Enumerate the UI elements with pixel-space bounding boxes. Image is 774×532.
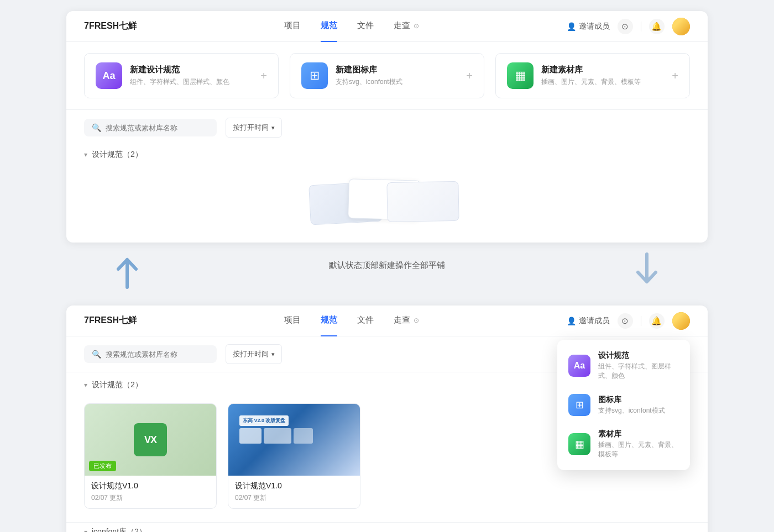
spec-thumb-image: 东高 V2.0 改版复盘 xyxy=(228,404,360,476)
chevron-down-icon-bottom: ▾ xyxy=(271,351,275,358)
nav-links-top: 项目 规范 文件 走查 ⊙ xyxy=(284,20,419,32)
spec-card-info-2: 设计规范V1.0 02/07 更新 xyxy=(228,476,360,508)
spec-card-thumb-2: 东高 V2.0 改版复盘 xyxy=(228,404,360,476)
assets-card-icon-top: ▦ xyxy=(507,62,534,89)
brand-logo-top: 7FRESH七鲜 xyxy=(84,20,137,32)
spec-card-1[interactable]: VX 已发布 设计规范V1.0 02/07 更新 xyxy=(84,403,217,509)
spec-card-thumb-1: VX 已发布 xyxy=(85,404,216,476)
nav-link-audit-bottom[interactable]: 走查 ⊙ xyxy=(394,315,419,326)
nav-divider-bottom xyxy=(641,316,641,326)
dropdown-spec-icon: Aa xyxy=(568,355,590,377)
brand-logo-bottom: 7FRESH七鲜 xyxy=(84,315,137,326)
spec-card-text-top: 新建设计规范 组件、字符样式、图层样式、颜色 xyxy=(130,65,253,87)
bottom-demo: 7FRESH七鲜 项目 规范 文件 走查 ⊙ 👤 邀请成员 ⊙ 🔔 🔍 xyxy=(66,305,708,532)
avatar-top[interactable] xyxy=(672,18,690,35)
avatar-img-bottom xyxy=(672,312,690,330)
dropdown-icons-text: 图标库 支持svg、iconfont模式 xyxy=(598,395,665,415)
nav-bar-top: 7FRESH七鲜 项目 规范 文件 走查 ⊙ 👤 邀请成员 ⊙ 🔔 xyxy=(66,11,708,42)
section-chevron-iconfont[interactable]: ▾ xyxy=(84,528,87,532)
search-icon-top: 🔍 xyxy=(92,123,101,132)
toolbar-top: 🔍 按打开时间 ▾ xyxy=(66,110,708,145)
published-badge-1: 已发布 xyxy=(89,461,116,471)
spec-card-info-1: 设计规范V1.0 02/07 更新 xyxy=(85,476,216,508)
search-icon-bottom: 🔍 xyxy=(92,350,101,359)
notification-icon-btn-top[interactable]: 🔔 xyxy=(649,19,665,34)
nav-link-project-bottom[interactable]: 项目 xyxy=(284,315,301,326)
arrow-down-svg xyxy=(630,251,663,290)
nav-links-bottom: 项目 规范 文件 走查 ⊙ xyxy=(284,315,419,326)
nav-link-audit-top[interactable]: 走查 ⊙ xyxy=(394,20,419,32)
arrow-down-container xyxy=(630,251,663,292)
preview-card-3 xyxy=(386,181,459,222)
chevron-down-icon-top: ▾ xyxy=(271,124,275,131)
nav-link-project-top[interactable]: 项目 xyxy=(284,20,301,32)
invite-btn-bottom[interactable]: 👤 邀请成员 xyxy=(567,316,610,326)
nav-bar-bottom: 7FRESH七鲜 项目 规范 文件 走查 ⊙ 👤 邀请成员 ⊙ 🔔 xyxy=(66,305,708,336)
dropdown-assets-icon: ▦ xyxy=(568,433,590,455)
dropdown-item-icons[interactable]: ⊞ 图标库 支持svg、iconfont模式 xyxy=(557,387,690,423)
dropdown-menu: Aa 设计规范 组件、字符样式、图层样式、颜色 ⊞ 图标库 支持svg、icon… xyxy=(557,340,690,470)
spec-plus-icon-top[interactable]: + xyxy=(260,70,267,82)
nav-divider-top xyxy=(641,22,641,31)
dropdown-icons-icon: ⊞ xyxy=(568,394,590,416)
spec-card-2[interactable]: 东高 V2.0 改版复盘 设计规范V1.0 02/07 更新 xyxy=(228,403,360,509)
section-header-top: ▾ 设计规范（2） xyxy=(66,145,708,162)
create-card-icons-top[interactable]: ⊞ 新建图标库 支持svg、iconfont模式 + xyxy=(290,53,484,98)
top-demo: 7FRESH七鲜 项目 规范 文件 走查 ⊙ 👤 邀请成员 ⊙ 🔔 xyxy=(66,11,708,243)
nav-link-file-top[interactable]: 文件 xyxy=(357,20,374,32)
audit-question-icon-top: ⊙ xyxy=(414,22,419,30)
spec-card-icon-top: Aa xyxy=(96,62,122,89)
create-card-assets-top[interactable]: ▦ 新建素材库 插画、图片、元素、背景、模板等 + xyxy=(495,53,690,98)
invite-btn-top[interactable]: 👤 邀请成员 xyxy=(567,22,610,31)
section-header-iconfont: ▾ iconfont库（2） xyxy=(84,527,690,532)
sort-btn-top[interactable]: 按打开时间 ▾ xyxy=(226,118,282,138)
dropdown-spec-text: 设计规范 组件、字符样式、图层样式、颜色 xyxy=(598,351,679,381)
icons-card-text-top: 新建图标库 支持svg、iconfont模式 xyxy=(336,65,458,87)
nav-link-spec-top[interactable]: 规范 xyxy=(321,20,337,32)
search-input-bottom[interactable] xyxy=(106,350,209,359)
assets-card-text-top: 新建素材库 插画、图片、元素、背景、模板等 xyxy=(541,65,664,87)
notification-icon-btn-bottom[interactable]: 🔔 xyxy=(649,313,665,329)
person-icon-bottom: 👤 xyxy=(567,317,576,325)
iconfont-section: ▾ iconfont库（2） xyxy=(66,522,708,532)
icons-card-icon-top: ⊞ xyxy=(301,62,328,89)
icons-plus-icon-top[interactable]: + xyxy=(466,70,473,82)
avatar-img-top xyxy=(672,18,690,35)
preview-area-top xyxy=(66,162,708,243)
dropdown-item-assets[interactable]: ▦ 素材库 插画、图片、元素、背景、模板等 xyxy=(557,423,690,466)
arrow-up-container xyxy=(111,251,144,292)
preview-cards-container xyxy=(293,175,481,225)
audit-question-icon-bottom: ⊙ xyxy=(414,317,419,324)
person-icon-top: 👤 xyxy=(567,22,576,31)
arrow-up-svg xyxy=(111,251,144,290)
caption-label: 默认状态顶部新建操作全部平铺 xyxy=(329,251,445,271)
search-box-bottom[interactable]: 🔍 xyxy=(84,345,217,363)
search-box-top[interactable]: 🔍 xyxy=(84,119,217,136)
create-card-spec-top[interactable]: Aa 新建设计规范 组件、字符样式、图层样式、颜色 + xyxy=(84,53,279,98)
arrows-container: 默认状态顶部新建操作全部平铺 xyxy=(66,251,708,292)
caption-section: 默认状态顶部新建操作全部平铺 xyxy=(66,243,708,305)
nav-right-bottom: 👤 邀请成员 ⊙ 🔔 xyxy=(567,312,690,330)
settings-icon-btn-top[interactable]: ⊙ xyxy=(618,19,633,34)
sort-btn-bottom[interactable]: 按打开时间 ▾ xyxy=(226,344,282,364)
section-chevron-top[interactable]: ▾ xyxy=(84,151,87,159)
dropdown-assets-text: 素材库 插画、图片、元素、背景、模板等 xyxy=(598,429,679,459)
nav-link-spec-bottom[interactable]: 规范 xyxy=(321,315,337,326)
section-chevron-bottom[interactable]: ▾ xyxy=(84,381,87,389)
nav-link-file-bottom[interactable]: 文件 xyxy=(357,315,374,326)
dropdown-item-spec[interactable]: Aa 设计规范 组件、字符样式、图层样式、颜色 xyxy=(557,344,690,387)
create-cards-section-top: Aa 新建设计规范 组件、字符样式、图层样式、颜色 + ⊞ 新建图标库 支持sv… xyxy=(66,42,708,110)
vx-icon: VX xyxy=(134,423,167,456)
nav-right-top: 👤 邀请成员 ⊙ 🔔 xyxy=(567,18,690,35)
avatar-bottom[interactable] xyxy=(672,312,690,330)
settings-icon-btn-bottom[interactable]: ⊙ xyxy=(618,313,633,329)
assets-plus-icon-top[interactable]: + xyxy=(672,70,678,82)
search-input-top[interactable] xyxy=(106,124,209,132)
